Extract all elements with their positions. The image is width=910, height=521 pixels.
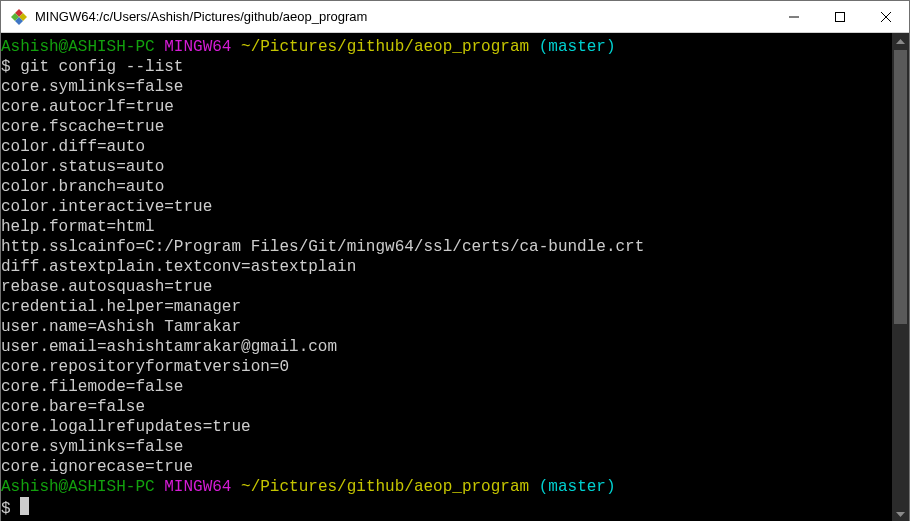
output-line: diff.astextplain.textconv=astextplain: [1, 257, 892, 277]
command-line: $ git config --list: [1, 57, 892, 77]
output-line: color.branch=auto: [1, 177, 892, 197]
app-icon: [11, 9, 27, 25]
output-line: user.name=Ashish Tamrakar: [1, 317, 892, 337]
window-title: MINGW64:/c/Users/Ashish/Pictures/github/…: [35, 9, 771, 24]
chevron-up-icon: [896, 37, 905, 46]
output-line: help.format=html: [1, 217, 892, 237]
output-line: core.logallrefupdates=true: [1, 417, 892, 437]
output-line: core.bare=false: [1, 397, 892, 417]
chevron-down-icon: [896, 510, 905, 519]
output-line: color.diff=auto: [1, 137, 892, 157]
output-line: credential.helper=manager: [1, 297, 892, 317]
output-line: core.repositoryformatversion=0: [1, 357, 892, 377]
vertical-scrollbar[interactable]: [892, 33, 909, 521]
output-line: core.symlinks=false: [1, 437, 892, 457]
terminal-client-area: Ashish@ASHISH-PC MINGW64 ~/Pictures/gith…: [1, 33, 909, 521]
output-line: user.email=ashishtamrakar@gmail.com: [1, 337, 892, 357]
svg-marker-8: [896, 39, 905, 44]
minimize-button[interactable]: [771, 1, 817, 32]
output-line: http.sslcainfo=C:/Program Files/Git/ming…: [1, 237, 892, 257]
titlebar[interactable]: MINGW64:/c/Users/Ashish/Pictures/github/…: [1, 1, 909, 33]
close-button[interactable]: [863, 1, 909, 32]
scrollbar-track[interactable]: [892, 50, 909, 506]
command-line: $: [1, 497, 892, 519]
terminal[interactable]: Ashish@ASHISH-PC MINGW64 ~/Pictures/gith…: [1, 33, 892, 521]
output-line: core.ignorecase=true: [1, 457, 892, 477]
scroll-up-button[interactable]: [892, 33, 909, 50]
prompt-line: Ashish@ASHISH-PC MINGW64 ~/Pictures/gith…: [1, 37, 892, 57]
output-line: core.symlinks=false: [1, 77, 892, 97]
maximize-button[interactable]: [817, 1, 863, 32]
scroll-down-button[interactable]: [892, 506, 909, 521]
svg-rect-5: [836, 12, 845, 21]
terminal-window: MINGW64:/c/Users/Ashish/Pictures/github/…: [0, 0, 910, 521]
output-line: core.filemode=false: [1, 377, 892, 397]
output-line: core.autocrlf=true: [1, 97, 892, 117]
output-line: core.fscache=true: [1, 117, 892, 137]
output-line: color.status=auto: [1, 157, 892, 177]
svg-marker-9: [896, 512, 905, 517]
window-controls: [771, 1, 909, 32]
output-line: color.interactive=true: [1, 197, 892, 217]
scrollbar-thumb[interactable]: [894, 50, 907, 324]
output-line: rebase.autosquash=true: [1, 277, 892, 297]
cursor: [20, 497, 29, 515]
prompt-line: Ashish@ASHISH-PC MINGW64 ~/Pictures/gith…: [1, 477, 892, 497]
